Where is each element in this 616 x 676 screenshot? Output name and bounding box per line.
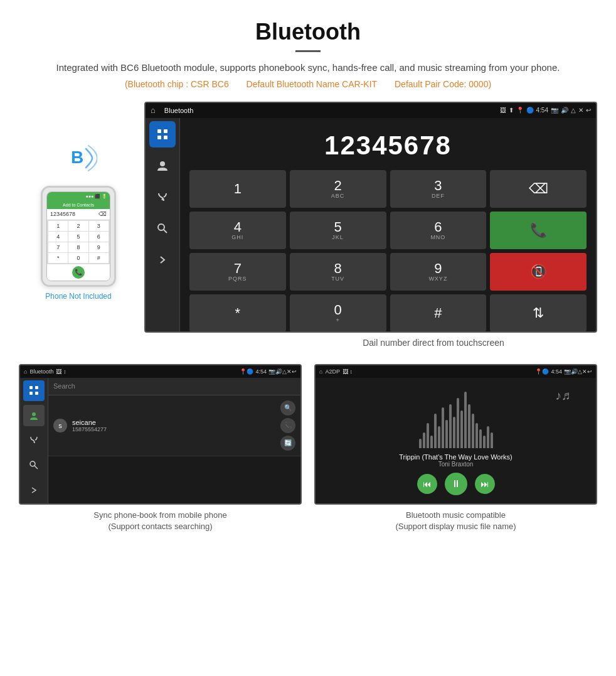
pb-sidebar-call[interactable] [23, 430, 45, 451]
key-2-main: 2 [334, 179, 342, 193]
phone-key-9[interactable]: 9 [89, 242, 109, 252]
eq-bar [419, 439, 422, 448]
music-home-icon[interactable]: ⌂ [319, 368, 322, 375]
next-track-button[interactable]: ⏭ [475, 474, 495, 494]
phone-key-5[interactable]: 5 [68, 232, 88, 242]
home-icon[interactable]: ⌂ [151, 105, 156, 115]
hu-key-2[interactable]: 2 ABC [290, 170, 386, 208]
hu-key-1[interactable]: 1 [189, 170, 286, 208]
hu-key-transfer[interactable]: ⇅ [490, 294, 587, 332]
contact-letter: s [53, 419, 67, 432]
music-visualizer: ♪♬ [322, 385, 590, 448]
phonebook-status-bar: ⌂ Bluetooth 🖼 ↕ 📍🔵 4:54 📷🔊△✕↩ [20, 365, 300, 378]
hu-key-5[interactable]: 5 JKL [290, 212, 386, 249]
hu-keypad-grid: 1 2 ABC 3 DEF ⌫ [189, 170, 587, 332]
pb-sidebar-search[interactable] [23, 454, 45, 476]
pb-sidebar-contacts[interactable] [23, 405, 45, 426]
pb-home-icon[interactable]: ⌂ [24, 368, 27, 375]
svg-point-6 [158, 224, 164, 230]
page-description: Integrated with BC6 Bluetooth module, su… [38, 61, 578, 75]
phone-mockup: ●●● ⬛ 🔋 Add to Contacts 12345678 ⌫ 1 2 3… [41, 186, 116, 287]
play-pause-button[interactable]: ⏸ [445, 473, 467, 495]
status-back-icon[interactable]: ↩ [586, 107, 591, 114]
dialed-number-display: 12345678 [189, 124, 587, 170]
phone-dial-button[interactable]: 📞 [72, 266, 85, 279]
svg-point-13 [30, 461, 35, 466]
sidebar-item-search[interactable] [149, 215, 176, 242]
key-backspace-main: ⌫ [529, 182, 548, 196]
sidebar-item-call-transfer[interactable] [149, 184, 176, 210]
hu-status-bar: ⌂ Bluetooth 🖼 ⬆ 📍 🔵 4:54 📷 🔊 △ ✕ ↩ [146, 103, 596, 118]
pb-status-left: ⌂ Bluetooth 🖼 ↕ [24, 368, 66, 375]
page-header: Bluetooth Integrated with BC6 Bluetooth … [0, 0, 616, 95]
status-vol-icon: 🔊 [561, 107, 568, 114]
phone-key-1[interactable]: 1 [48, 221, 68, 231]
pb-sidebar-grid[interactable] [23, 380, 45, 402]
music-notes-icon: ♪♬ [555, 389, 571, 403]
hu-key-star[interactable]: * [189, 294, 286, 332]
eq-bar [442, 407, 444, 448]
phone-key-3[interactable]: 3 [89, 221, 109, 231]
status-bt-icon: ⬆ [509, 107, 514, 114]
contact-call-btn[interactable]: 📞 [280, 418, 295, 433]
hu-key-backspace[interactable]: ⌫ [490, 170, 587, 208]
svg-text:B: B [71, 148, 83, 167]
key-call-icon: 📞 [530, 223, 547, 237]
sidebar-item-contacts[interactable] [149, 153, 176, 179]
svg-rect-4 [164, 136, 167, 139]
phonebook-caption: Sync phone-book from mobile phone (Suppo… [91, 505, 229, 535]
hu-key-8[interactable]: 8 TUV [290, 253, 386, 291]
phone-key-star[interactable]: * [48, 253, 68, 263]
phonebook-search-bar[interactable]: Search [48, 378, 300, 395]
phone-key-0[interactable]: 0 [68, 253, 88, 263]
hu-status-left: ⌂ Bluetooth [151, 105, 193, 115]
key-7-sub: PQRS [228, 276, 247, 282]
phone-key-7[interactable]: 7 [48, 242, 68, 252]
svg-rect-8 [29, 386, 33, 389]
main-screen-caption: Dail number direct from touchscreen [144, 333, 597, 358]
hu-key-end[interactable]: 📵 [490, 253, 587, 291]
key-0-sub: + [336, 317, 339, 323]
hu-key-hash[interactable]: # [390, 294, 487, 332]
contact-sync-btn[interactable]: 🔄 [280, 436, 295, 451]
hu-screen-title: Bluetooth [164, 107, 193, 114]
eq-bar [460, 410, 463, 448]
eq-bar [430, 436, 433, 448]
phone-screen: ●●● ⬛ 🔋 Add to Contacts 12345678 ⌫ 1 2 3… [46, 191, 110, 281]
svg-rect-1 [157, 129, 161, 133]
status-x-icon: ✕ [578, 107, 583, 114]
hu-key-6[interactable]: 6 MNO [390, 212, 487, 249]
phone-key-hash[interactable]: # [89, 253, 109, 263]
phone-key-6[interactable]: 6 [89, 232, 109, 242]
hu-key-9[interactable]: 9 WXYZ [390, 253, 487, 291]
pb-sidebar-bluetooth[interactable] [23, 480, 45, 501]
hu-key-4[interactable]: 4 GHI [189, 212, 286, 249]
phonebook-body: Search s seicane 15875554277 🔍 📞 🔄 [20, 378, 300, 503]
contact-search-btn[interactable]: 🔍 [280, 400, 295, 416]
sidebar-item-bluetooth[interactable] [149, 247, 176, 273]
eq-bar [438, 426, 440, 448]
phone-key-2[interactable]: 2 [68, 221, 88, 231]
hu-key-7[interactable]: 7 PQRS [189, 253, 286, 291]
svg-point-5 [160, 161, 165, 166]
hu-key-3[interactable]: 3 DEF [390, 170, 487, 208]
phone-backspace: ⌫ [98, 211, 107, 217]
eq-bar [457, 398, 459, 448]
key-3-sub: DEF [432, 193, 445, 199]
phonebook-screen-wrap: ⌂ Bluetooth 🖼 ↕ 📍🔵 4:54 📷🔊△✕↩ [19, 364, 302, 535]
hu-key-0[interactable]: 0 + [290, 294, 386, 332]
key-transfer-icon: ⇅ [533, 306, 544, 320]
key-9-main: 9 [434, 262, 442, 276]
prev-track-button[interactable]: ⏮ [417, 474, 437, 494]
title-underline [295, 50, 321, 52]
sidebar-item-grid[interactable] [149, 121, 176, 148]
phonebook-caption-line1: Sync phone-book from mobile phone [93, 510, 226, 521]
phone-key-4[interactable]: 4 [48, 232, 68, 242]
phone-key-8[interactable]: 8 [68, 242, 88, 252]
phone-not-included-label: Phone Not Included [45, 292, 111, 301]
hu-key-call[interactable]: 📞 [490, 212, 587, 249]
key-7-main: 7 [234, 262, 242, 276]
music-gps: 📍🔵 [535, 368, 549, 375]
key-5-main: 5 [334, 220, 342, 234]
bt-name: Default Bluetooth Name CAR-KIT [247, 79, 378, 89]
